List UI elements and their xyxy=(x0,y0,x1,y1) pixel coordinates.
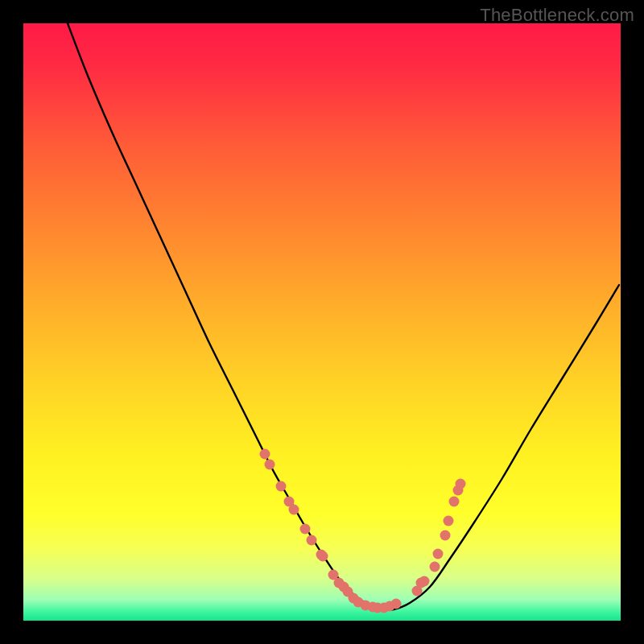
marker-dot xyxy=(419,576,430,587)
marker-dot xyxy=(430,562,440,572)
marker-dot xyxy=(276,481,287,492)
marker-dot xyxy=(289,505,299,515)
bottleneck-curve xyxy=(68,23,619,610)
marker-dot xyxy=(318,551,328,562)
curve-layer xyxy=(23,23,621,621)
marker-dot xyxy=(456,479,466,489)
plot-area xyxy=(23,23,621,621)
marker-dot xyxy=(449,497,460,507)
marker-dot xyxy=(260,449,270,460)
marker-dot xyxy=(444,516,454,526)
marker-dot xyxy=(433,549,444,559)
marker-dot xyxy=(265,460,275,470)
marker-dot xyxy=(307,535,317,546)
marker-dot xyxy=(391,599,402,609)
watermark-text: TheBottleneck.com xyxy=(480,5,634,26)
marker-group xyxy=(260,449,466,613)
marker-dot xyxy=(440,530,451,541)
marker-dot xyxy=(300,524,311,535)
